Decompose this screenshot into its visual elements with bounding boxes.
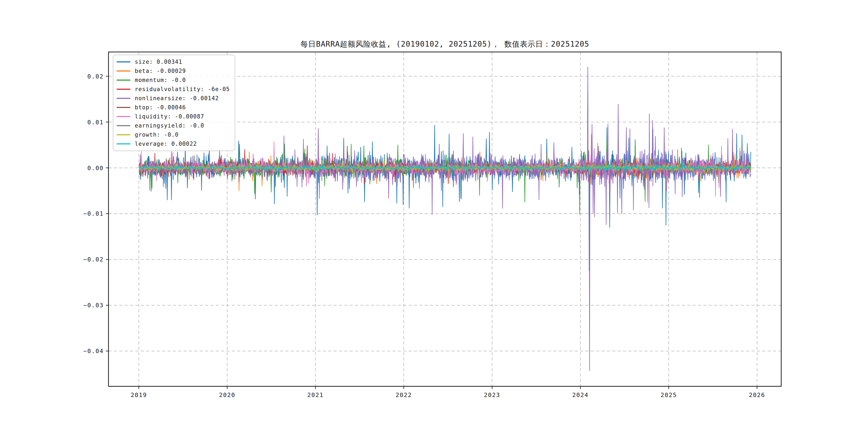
legend-item-growth: growth: -0.0 <box>117 130 230 139</box>
legend-swatch <box>117 125 130 126</box>
x-tick-label: 2025 <box>661 392 677 398</box>
legend-label: liquidity: -0.00087 <box>135 113 204 120</box>
legend-item-momentum: momentum: -0.0 <box>117 75 230 85</box>
legend-item-size: size: 0.00341 <box>117 57 230 66</box>
y-tick-label: 0.02 <box>87 73 104 80</box>
legend-label: size: 0.00341 <box>135 59 182 65</box>
legend-label: btop: -0.00046 <box>135 104 186 111</box>
legend-label: beta: -0.00029 <box>135 68 186 74</box>
legend-label: momentum: -0.0 <box>135 77 186 83</box>
y-tick-label: 0.01 <box>87 119 104 126</box>
legend-label: nonlinearsize: -0.00142 <box>135 95 219 101</box>
x-tick-label: 2026 <box>749 392 765 398</box>
legend-label: growth: -0.0 <box>135 131 179 138</box>
legend-item-leverage: leverage: 0.00022 <box>117 139 230 148</box>
legend-swatch <box>117 143 130 145</box>
y-tick-label: −0.02 <box>83 256 104 263</box>
legend-label: earningsyield: -0.0 <box>135 122 204 129</box>
x-tick-label: 2021 <box>307 392 323 398</box>
y-tick-label: −0.01 <box>83 210 104 217</box>
legend-swatch <box>117 134 130 135</box>
legend-swatch <box>117 98 130 99</box>
legend-item-earningsyield: earningsyield: -0.0 <box>117 121 230 130</box>
y-tick-label: 0.00 <box>87 165 104 172</box>
legend-swatch <box>117 116 130 117</box>
y-tick-label: −0.04 <box>83 348 104 354</box>
x-tick-label: 2024 <box>572 392 589 398</box>
legend: size: 0.00341beta: -0.00029momentum: -0.… <box>113 55 235 151</box>
legend-swatch <box>117 89 130 90</box>
legend-item-beta: beta: -0.00029 <box>117 66 230 75</box>
legend-item-liquidity: liquidity: -0.00087 <box>117 112 230 121</box>
y-tick-label: −0.03 <box>83 302 104 309</box>
x-tick-label: 2022 <box>396 392 412 398</box>
legend-label: leverage: 0.00022 <box>135 141 197 147</box>
figure: 每日BARRA超额风险收益, (20190102, 20251205)， 数值表… <box>0 0 868 434</box>
legend-swatch <box>117 80 130 81</box>
x-tick-label: 2023 <box>484 392 500 398</box>
legend-swatch <box>117 70 130 71</box>
legend-label: residualvolatility: -6e-05 <box>135 86 230 92</box>
legend-item-btop: btop: -0.00046 <box>117 103 230 112</box>
x-tick-label: 2019 <box>131 392 147 398</box>
legend-swatch <box>117 107 130 108</box>
x-tick-label: 2020 <box>219 392 235 398</box>
legend-item-residualvolatility: residualvolatility: -6e-05 <box>117 85 230 94</box>
legend-item-nonlinearsize: nonlinearsize: -0.00142 <box>117 94 230 103</box>
series-line-momentum <box>139 141 751 214</box>
legend-swatch <box>117 61 130 62</box>
